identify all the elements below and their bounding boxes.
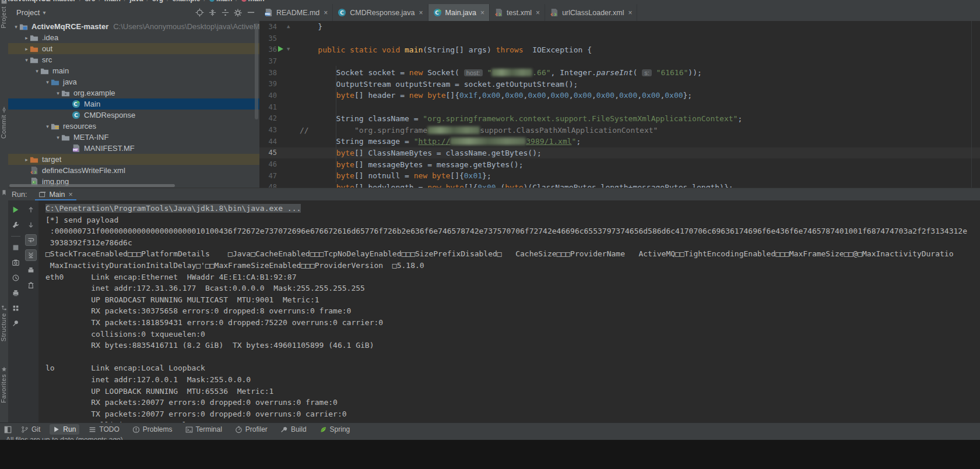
down-stack-icon[interactable] [25,219,37,231]
tab-main-java[interactable]: CMain.java× [428,4,490,21]
screenshot-icon[interactable] [10,257,22,269]
statusbar-item-profiler[interactable]: Profiler [231,424,271,435]
settings-gear-icon[interactable] [231,6,244,19]
chevron-down-icon[interactable]: ▾ [55,135,61,140]
tree-item-java[interactable]: ▾java [8,76,259,87]
tree-item-src[interactable]: ▾src [8,54,259,65]
gutter[interactable]: 46 [259,158,294,170]
gutter[interactable]: 48 [259,182,294,188]
project-tree[interactable]: ▾ActiveMqRCE-masterC:\Users\Anonymous\De… [8,21,259,188]
statusbar-item-spring[interactable]: Spring [316,424,354,435]
tree-item-target[interactable]: ▸target [8,154,259,165]
tab-cmdresponse-java[interactable]: CCMDResponse.java× [333,4,428,21]
tree-item--idea[interactable]: ▸.idea [8,32,259,43]
toolwindow-button-commit[interactable]: Commit [0,115,8,139]
hide-panel-icon[interactable] [244,6,257,19]
breadcrumb-item[interactable]: example [173,0,201,3]
rerun-icon[interactable] [10,204,22,216]
gutter[interactable]: 42 [259,113,294,125]
chevron-down-icon[interactable]: ▾ [55,90,61,96]
gutter[interactable]: 35 [259,33,294,44]
chevron-down-icon[interactable]: ▾ [13,24,19,30]
breadcrumb-item[interactable]: main [104,0,121,3]
chevron-right-icon[interactable]: ▸ [23,157,30,163]
run-console-output[interactable]: C:\Penetration\ProgramTools\Java\jdk1.8\… [38,200,980,422]
collapse-all-icon[interactable] [219,6,231,19]
favorites-tool-icon[interactable] [1,366,7,372]
close-icon[interactable]: × [69,191,73,199]
statusbar-item-git[interactable]: Git [17,424,44,435]
scroll-to-end-icon[interactable] [25,249,37,261]
run-tab-main[interactable]: Main × [35,188,76,201]
gutter[interactable]: 44 [259,136,294,147]
breadcrumb-item[interactable]: src [85,0,95,3]
gutter[interactable]: 34▲ [259,21,294,33]
breadcrumb[interactable]: ActiveMqRCE-master/src/main/java/org/exa… [0,0,980,4]
structure-tool-icon[interactable] [1,305,7,311]
pin-icon[interactable] [10,318,22,329]
tree-item-org-example[interactable]: ▾org.example [8,87,259,98]
tree-item-cmdresponse[interactable]: CCMDResponse [8,110,259,121]
fold-end-icon[interactable]: ▲ [287,23,290,29]
toolwindow-switcher-icon[interactable] [2,426,13,433]
scroll-from-source-icon[interactable] [206,6,219,19]
tree-item-defineclasswritefile-xml[interactable]: defineClassWriteFile.xml [8,165,259,176]
project-panel-title[interactable]: Project [16,8,40,17]
close-icon[interactable]: × [419,9,423,17]
restore-layout-icon[interactable] [10,272,22,284]
gutter[interactable]: 38 [259,67,294,79]
gutter[interactable]: 47 [259,170,294,182]
tree-item-resources[interactable]: ▾resources [8,121,259,132]
up-stack-icon[interactable] [25,204,37,216]
gutter[interactable]: 36▼ [259,44,294,55]
run-gutter-icon[interactable] [278,46,283,52]
gutter[interactable]: 37 [259,55,294,67]
breadcrumb-item[interactable]: java [129,0,143,3]
tab-test-xml[interactable]: test.xml× [490,4,545,21]
print-icon[interactable] [10,287,22,299]
gutter[interactable]: 41 [259,101,294,113]
clear-console-icon[interactable] [25,280,37,291]
project-tool-icon[interactable] [1,0,7,4]
project-tree-hscrollbar[interactable] [9,184,175,187]
chevron-right-icon[interactable]: ▸ [23,46,30,52]
bookmark-tool-icon[interactable] [1,189,7,195]
tree-item-out[interactable]: ▸out [8,43,259,54]
toolwindow-button-favorites[interactable]: Favorites [0,374,8,403]
toolwindow-button-project[interactable]: Project [0,6,8,29]
tree-item-meta-inf[interactable]: ▾META-INF [8,132,259,143]
statusbar-item-terminal[interactable]: Terminal [182,424,226,435]
close-icon[interactable]: × [324,9,328,17]
breadcrumb-item[interactable]: Main [216,0,232,3]
chevron-down-icon[interactable]: ▾ [44,124,51,129]
gutter[interactable]: 45 [259,147,294,159]
fold-start-icon[interactable]: ▼ [287,46,290,52]
tree-item-main[interactable]: CMain [8,98,259,110]
chevron-down-icon[interactable]: ▾ [34,68,40,74]
tab-readme-md[interactable]: MDREADME.md× [259,4,333,21]
code-editor[interactable]: 34▲ }3536▼ public static void main(Strin… [259,21,980,188]
switcher-icon[interactable] [4,426,12,433]
chevron-down-icon[interactable]: ▾ [43,9,45,16]
close-icon[interactable]: × [480,9,484,17]
toolwindow-button-structure[interactable]: Structure [0,313,8,341]
tree-item-activemqrce-master[interactable]: ▾ActiveMqRCE-masterC:\Users\Anonymous\De… [8,21,259,32]
commit-tool-icon[interactable] [1,107,7,112]
tree-item-manifest-mf[interactable]: MFMANIFEST.MF [8,143,259,154]
gutter[interactable]: 39 [259,78,294,90]
close-icon[interactable]: × [628,9,632,17]
gutter[interactable]: 43 [259,124,294,136]
build-wrench-icon[interactable] [10,219,22,231]
tree-item-main[interactable]: ▾main [8,65,259,76]
grid-icon[interactable] [10,302,22,314]
chevron-down-icon[interactable]: ▾ [23,57,30,63]
stop-icon[interactable] [10,242,22,253]
gutter[interactable]: 40 [259,90,294,101]
statusbar-item-build[interactable]: Build [277,424,310,435]
chevron-right-icon[interactable]: ▸ [23,35,30,41]
project-tree-vscrollbar[interactable] [255,23,258,119]
locate-icon[interactable] [193,6,206,19]
breadcrumb-item[interactable]: main [248,0,265,3]
print-console-icon[interactable] [25,265,37,276]
breadcrumb-item[interactable]: ActiveMqRCE-master [5,0,76,3]
